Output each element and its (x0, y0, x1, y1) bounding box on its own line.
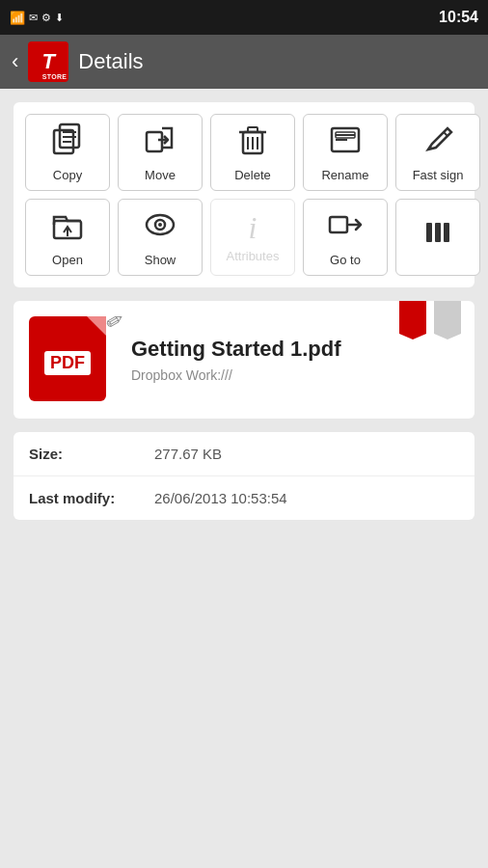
rename-label: Rename (321, 168, 368, 182)
logo-store: STORE (42, 73, 68, 80)
goto-button[interactable]: Go to (303, 199, 388, 276)
rename-icon (328, 122, 363, 162)
file-info: Getting Started 1.pdf Dropbox Work:/// (131, 337, 459, 383)
fastsign-button[interactable]: Fast sign (395, 114, 480, 191)
rename-button[interactable]: Rename (303, 114, 388, 191)
notification-icon: ✉ (29, 12, 38, 24)
more-button[interactable] (395, 199, 480, 276)
attributes-icon: i (249, 212, 258, 243)
status-left-icons: 📶 ✉ ⚙ ⬇ (10, 11, 64, 25)
open-label: Open (52, 253, 83, 267)
toolbar: ‹ T STORE Details (0, 35, 488, 89)
lastmodify-value: 26/06/2013 10:53:54 (154, 490, 287, 506)
fastsign-icon (420, 122, 455, 162)
svg-rect-25 (444, 223, 449, 242)
move-label: Move (145, 168, 176, 182)
status-time: 10:54 (439, 9, 478, 26)
delete-label: Delete (234, 168, 271, 182)
bookmark-active[interactable] (399, 301, 426, 339)
svg-line-16 (444, 132, 447, 136)
goto-label: Go to (330, 253, 361, 267)
pdf-label: PDF (44, 351, 91, 375)
lastmodify-label: Last modify: (29, 490, 154, 506)
app-icon: ⚙ (41, 12, 51, 24)
main-content: Copy Move Delete Rename (0, 89, 488, 533)
back-button[interactable]: ‹ (12, 49, 18, 74)
attributes-button: i Attributes (210, 199, 295, 276)
file-path: Dropbox Work:/// (131, 367, 459, 383)
show-button[interactable]: Show (118, 199, 203, 276)
svg-rect-23 (426, 223, 432, 242)
more-icon (420, 215, 455, 255)
fastsign-label: Fast sign (413, 168, 464, 182)
delete-button[interactable]: Delete (210, 114, 295, 191)
signal-icon: 📶 (10, 11, 25, 25)
svg-point-21 (158, 223, 162, 227)
copy-icon (50, 122, 85, 162)
android-icon: ⬇ (55, 12, 64, 24)
delete-icon (235, 122, 270, 162)
detail-row-size: Size: 277.67 KB (14, 432, 474, 476)
actions-card: Copy Move Delete Rename (14, 102, 474, 287)
svg-rect-22 (330, 217, 347, 232)
detail-row-lastmodify: Last modify: 26/06/2013 10:53:54 (14, 476, 474, 520)
logo-letter: T (42, 49, 55, 74)
page-title: Details (78, 49, 143, 74)
move-button[interactable]: Move (118, 114, 203, 191)
size-value: 277.67 KB (154, 446, 222, 462)
copy-label: Copy (53, 168, 82, 182)
size-label: Size: (29, 446, 154, 462)
status-bar: 📶 ✉ ⚙ ⬇ 10:54 (0, 0, 488, 35)
open-button[interactable]: Open (25, 199, 110, 276)
details-card: Size: 277.67 KB Last modify: 26/06/2013 … (14, 432, 474, 520)
svg-rect-24 (435, 223, 441, 242)
show-icon (143, 207, 177, 247)
svg-rect-8 (248, 127, 258, 132)
app-logo: T STORE (28, 41, 68, 82)
file-name: Getting Started 1.pdf (131, 337, 459, 362)
bookmark-inactive[interactable] (434, 301, 461, 339)
svg-rect-5 (147, 132, 162, 151)
attributes-label: Attributes (227, 249, 280, 263)
goto-icon (328, 207, 363, 247)
actions-row-1: Copy Move Delete Rename (25, 114, 463, 191)
show-label: Show (145, 253, 176, 267)
actions-row-2: Open Show i Attributes Go to (25, 199, 463, 276)
copy-button[interactable]: Copy (25, 114, 110, 191)
open-icon (50, 207, 85, 247)
move-icon (143, 122, 177, 162)
pdf-icon: PDF ✏ (29, 316, 116, 403)
file-card: PDF ✏ Getting Started 1.pdf Dropbox Work… (14, 301, 474, 419)
pdf-icon-body: PDF (29, 316, 106, 401)
